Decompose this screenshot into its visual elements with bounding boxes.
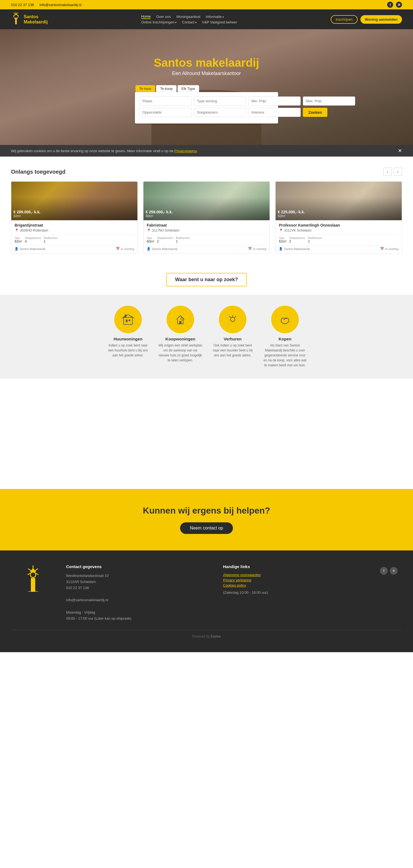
spec-bad-2: Badkamers 1 [176,237,190,243]
nav-informatie[interactable]: Informatie [206,14,224,19]
footer-grid: Contact gegevens Westfrankelandsestraat … [11,564,402,622]
looking-for-title: Waar bent u naar op zoek? [166,273,247,286]
next-arrow[interactable]: › [394,167,402,176]
prev-arrow[interactable]: ‹ [383,167,391,176]
nav-contact[interactable]: Contact [182,20,197,24]
category-koopwoningen: Koopwoningen Wij volgen een strikt werkp… [158,306,202,368]
recently-added-section: Onlangs toegevoegd ‹ › € 289.000,- k.k. … [0,157,413,265]
agent-2: 👤 Santos Makelaardij [147,247,178,251]
cookie-banner: Wij gebruiken cookies om u de beste erva… [0,145,413,157]
property-footer-1: 👤 Santos Makelaardij 📅 In overleg [14,247,134,251]
property-location-1: 📍 3028HD Rotterdam [14,228,134,232]
cookie-text: Wij gebruiken cookies om u de beste erva… [11,149,198,153]
footer-link-2[interactable]: Privacy verklaring [223,578,369,582]
powered-by-link[interactable]: Eazlee [211,634,221,639]
footer-link-1[interactable]: Algemene voorwaarden [223,573,369,577]
tab-elk-type[interactable]: Elk Type [178,85,199,92]
plaats-input[interactable] [139,96,192,105]
search-tabs: Te huur Te koop Elk Type [135,85,199,92]
search-row-1 [139,96,274,105]
huurwoningen-icon[interactable] [114,306,142,333]
content-spacer [0,379,413,489]
nav-home[interactable]: Home [141,14,151,19]
nav-vastgoed[interactable]: V&P Vastgoed beheer [202,20,237,24]
location-icon-1: 📍 [14,228,19,232]
min-prijs-input[interactable] [248,96,301,105]
property-image-1: € 289.000,- k.k. 82m² [11,182,137,220]
spec-slaap-2: Slaapkamers 2 [157,237,173,243]
spec-slaap-3: Slaapkamers 2 [289,237,305,243]
svg-rect-8 [126,319,128,322]
footer-contact-col: Contact gegevens Westfrankelandsestraat … [66,564,212,622]
cookie-close-button[interactable]: ✕ [398,148,402,154]
spec-bad-1: Badkamers 1 [44,237,58,243]
date-text-3: In overleg [385,247,399,251]
nav-over-ons[interactable]: Over ons [156,14,171,19]
area-label-3: 62m² [278,214,400,218]
cta-section: Kunnen wij ergens bij helpen? Neem conta… [0,489,413,551]
koopwoningen-icon[interactable] [167,306,194,333]
oppervlakte-input[interactable] [139,108,192,117]
property-name-2: Fabristraat [147,223,266,227]
zoeken-button[interactable]: Zoeken [303,108,328,117]
verhuren-icon[interactable] [219,306,246,333]
contact-button[interactable]: Neem contact op [180,522,233,534]
footer-twitter-icon[interactable]: ✕ [390,567,398,575]
location-text-2: 3117MJ Schiedam [152,228,179,232]
footer-sat-hours: (Zaterdag 10:00 - 16:00 uur) [223,590,369,596]
cta-title: Kunnen wij ergens bij helpen? [11,505,402,516]
property-card-2[interactable]: € 259.000,- k.k. 60m² Fabristraat 📍 3117… [143,181,270,254]
search-box: Zoeken [135,92,278,123]
price-label-2: € 259.000,- k.k. [146,210,267,214]
section-header: Onlangs toegevoegd ‹ › [11,167,402,176]
property-info-2: Fabristraat 📍 3117MJ Schiedam Opp. 60m² … [143,220,270,253]
tab-te-huur[interactable]: Te huur [135,85,155,92]
location-text-3: 3112VK Schiedam [284,228,311,232]
nav-row-1: Home Over ons Woningaanbod Informatie [141,14,237,19]
logo[interactable]: Santos Makelaardij [11,12,48,27]
spec-opp-2: Opp. 60m² [147,237,154,243]
max-prijs-input[interactable] [303,96,355,105]
categories-section: Huurwoningen Indien u op zoek bent naar … [0,294,413,379]
property-image-3: € 225.000,- k.k. 62m² [276,182,402,220]
calendar-icon-3: 📅 [380,247,384,251]
calendar-icon-1: 📅 [116,247,120,251]
privacy-link[interactable]: Privacypagina [174,149,197,153]
footer-social-col: f ✕ [380,564,402,622]
kopen-desc: Als klant van Santos Makelaardij beschik… [263,343,307,368]
facebook-icon[interactable]: f [387,2,393,8]
kopen-icon[interactable] [271,306,299,333]
looking-for-section: Waar bent u naar op zoek? [0,265,413,294]
property-card-3[interactable]: € 225.000,- k.k. 62m² Professor Kamerlin… [275,181,402,254]
property-specs-3: Opp. 62m² Slaapkamers 2 Badkamers 1 [279,235,399,245]
agent-1: 👤 Santos Makelaardij [14,247,45,251]
nav-inschrijvingen[interactable]: Online Inschrijvingen [141,20,176,24]
svg-line-6 [14,13,16,14]
powered-by-text: Powered by [192,634,211,639]
svg-point-22 [28,591,39,592]
woning-aanmelden-button[interactable]: Woning aanmelden [360,15,402,24]
tab-te-koop[interactable]: Te koop [156,85,176,92]
hero-subtitle: Een Allround Makelaarskantoor [135,70,278,76]
category-verhuren: Verhuren Ook indien u op zoek bent naar … [211,306,255,368]
footer-link-3[interactable]: Cookies policy [223,583,369,587]
date-2: 📅 In overleg [248,247,266,251]
inschrijven-button[interactable]: Inschrijven [331,15,358,24]
footer-logo-icon [22,564,44,595]
property-card-1[interactable]: € 289.000,- k.k. 82m² Brigantijnstraat 📍… [11,181,138,254]
properties-grid: € 289.000,- k.k. 82m² Brigantijnstraat 📍… [11,181,402,254]
twitter-icon[interactable]: ✕ [396,2,402,8]
topbar-contact: 010 22 37 136 info@santosmakelaardij.nl [11,3,81,7]
nav-woningaanbod[interactable]: Woningaanbod [176,14,200,19]
interieur-input[interactable] [248,108,301,117]
footer-facebook-icon[interactable]: f [380,567,388,575]
property-specs-2: Opp. 60m² Slaapkamers 2 Badkamers 1 [147,235,266,245]
footer-links-col: Handige links Algemene voorwaarden Priva… [223,564,369,622]
type-woning-input[interactable] [194,96,246,105]
categories-grid: Huurwoningen Indien u op zoek bent naar … [11,306,402,368]
hero-title: Santos makelaardij [135,56,278,69]
svg-rect-14 [125,314,126,318]
slaapkamers-input[interactable] [194,108,246,117]
area-label-2: 60m² [146,214,267,218]
footer-social-icons: f ✕ [380,567,402,575]
